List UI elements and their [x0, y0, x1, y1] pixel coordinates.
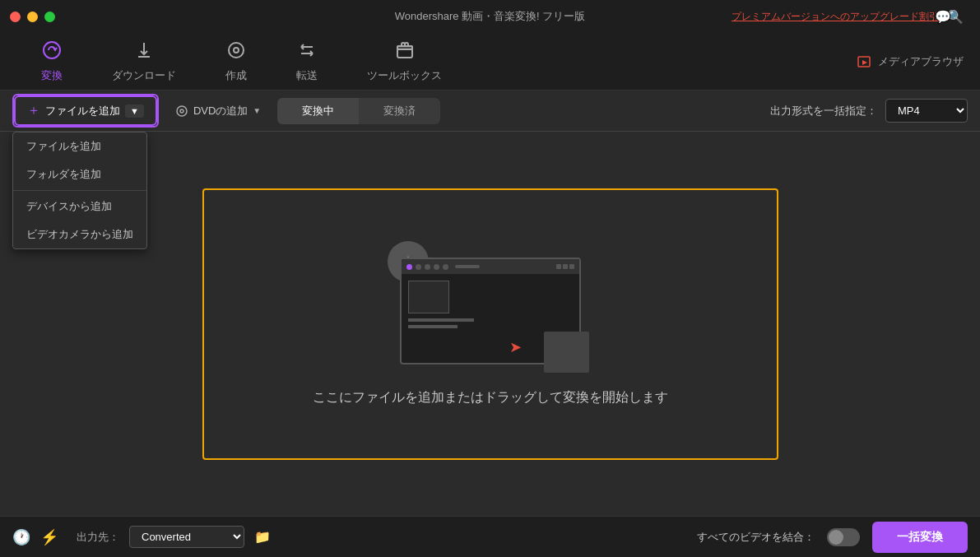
nav-label-create: 作成 [225, 68, 247, 83]
svg-point-0 [44, 42, 60, 58]
dropdown-arrow-icon[interactable]: ▼ [125, 104, 144, 118]
nav-item-toolbox[interactable]: ツールボックス [342, 40, 467, 83]
download-nav-icon [134, 40, 154, 65]
clock-icon[interactable]: 🕐 [12, 528, 30, 546]
plus-icon: ＋ [27, 102, 40, 119]
navbar: 変換 ダウンロード 作成 転送 [0, 33, 980, 91]
media-browser-label: メディアブラウザ [878, 54, 964, 69]
tab-converted[interactable]: 変換済 [359, 98, 440, 124]
premium-upgrade-link[interactable]: プレミアムバージョンへのアップグレード割引 [732, 10, 939, 24]
dropdown-add-camera[interactable]: ビデオカメラから追加 [13, 220, 146, 248]
nav-label-convert: 変換 [41, 68, 63, 83]
dropdown-separator [13, 190, 146, 191]
nav-label-toolbox: ツールボックス [367, 68, 442, 83]
bolt-icon[interactable]: ⚡ [40, 528, 58, 546]
drop-illustration: ＋ [383, 241, 597, 373]
bottom-bar: 🕐 ⚡ 出力先： Converted 📁 すべてのビデオを結合： 一括変換 [0, 516, 980, 557]
svg-point-8 [180, 109, 183, 113]
merge-toggle[interactable] [827, 528, 860, 546]
drop-zone-text: ここにファイルを追加またはドラッグして変換を開始します [313, 389, 668, 406]
toolbox-nav-icon [395, 40, 415, 65]
merge-label: すべてのビデオを結合： [697, 530, 815, 545]
app-title: Wondershare 動画・音楽変換! フリー版 [395, 9, 586, 24]
bottom-right: すべてのビデオを結合： 一括変換 [697, 522, 968, 553]
media-browser-btn[interactable]: メディアブラウザ [857, 54, 964, 69]
svg-marker-6 [862, 60, 867, 65]
nav-item-convert[interactable]: 変換 [16, 40, 87, 83]
folder-icon[interactable]: 📁 [254, 529, 271, 545]
dropdown-add-device[interactable]: デバイスから追加 [13, 193, 146, 220]
window-controls [10, 12, 55, 22]
dropdown-menu: ファイルを追加 フォルダを追加 デバイスから追加 ビデオカメラから追加 [12, 132, 147, 249]
transfer-nav-icon [297, 40, 317, 65]
toggle-knob [829, 530, 843, 545]
nav-item-download[interactable]: ダウンロード [87, 40, 201, 83]
svg-point-1 [234, 48, 239, 53]
message-icon[interactable]: 💬 [935, 9, 951, 25]
nav-label-transfer: 転送 [296, 68, 318, 83]
svg-rect-4 [397, 46, 412, 49]
minimize-button[interactable] [27, 12, 38, 22]
dropdown-add-folder[interactable]: フォルダを追加 [13, 160, 146, 188]
create-nav-icon [226, 40, 246, 65]
nav-item-transfer[interactable]: 転送 [272, 40, 342, 83]
svg-point-7 [177, 106, 187, 116]
nav-label-download: ダウンロード [112, 68, 176, 83]
tab-converting[interactable]: 変換中 [277, 98, 359, 124]
output-path-select[interactable]: Converted [129, 526, 244, 548]
titlebar: Wondershare 動画・音楽変換! フリー版 プレミアムバージョンへのアッ… [0, 0, 980, 33]
file-icon [544, 332, 589, 373]
output-format-label: 出力形式を一括指定： [770, 104, 877, 118]
maximize-button[interactable] [44, 12, 55, 22]
cursor-icon: ➤ [509, 338, 522, 356]
nav-item-create[interactable]: 作成 [201, 40, 272, 83]
toolbar: ＋ ファイルを追加 ▼ DVDの追加 ▼ 変換中 変換済 出力形式を一括指定： … [0, 91, 980, 132]
convert-all-button[interactable]: 一括変換 [872, 522, 968, 553]
bottom-icons: 🕐 ⚡ [12, 528, 58, 546]
dvd-add-button[interactable]: DVDの追加 ▼ [175, 104, 261, 118]
add-file-button[interactable]: ＋ ファイルを追加 ▼ [14, 95, 157, 126]
format-select[interactable]: MP4 MP3 AVI MOV [885, 99, 968, 123]
dvd-add-label: DVDの追加 [193, 104, 248, 118]
svg-point-2 [229, 43, 244, 58]
dropdown-add-file[interactable]: ファイルを追加 [13, 132, 146, 160]
dvd-dropdown-icon[interactable]: ▼ [253, 106, 261, 115]
close-button[interactable] [10, 12, 21, 22]
add-file-label: ファイルを追加 [45, 104, 120, 118]
drop-zone[interactable]: ＋ [202, 188, 778, 460]
add-file-wrapper: ＋ ファイルを追加 ▼ [12, 94, 159, 128]
bottom-left: 🕐 ⚡ 出力先： Converted 📁 [12, 526, 271, 548]
output-format-group: 出力形式を一括指定： MP4 MP3 AVI MOV [770, 99, 968, 123]
convert-nav-icon [42, 40, 62, 65]
output-label: 出力先： [77, 530, 119, 545]
tab-group: 変換中 変換済 [277, 98, 440, 124]
